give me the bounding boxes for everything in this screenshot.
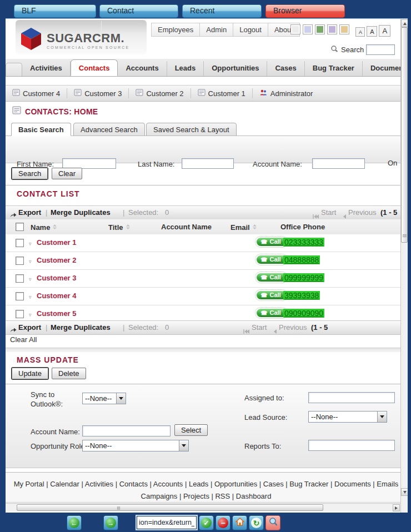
font-size-small-button[interactable]: A	[355, 27, 365, 37]
clear-all-link[interactable]: Clear All	[10, 335, 37, 344]
phone-number-link[interactable]: 04888888	[283, 255, 320, 264]
footer-links-row1[interactable]: My Portal | Calendar | Activities | Cont…	[6, 480, 408, 488]
contact-name-link[interactable]: Customer 2	[37, 256, 77, 264]
previous-link[interactable]: Previous	[348, 208, 377, 217]
last-viewed-administrator[interactable]: Administrator	[253, 88, 320, 98]
clear-button[interactable]: Clear	[52, 168, 82, 179]
mu-account-name-input[interactable]	[82, 425, 171, 436]
module-tab-stub[interactable]	[6, 63, 22, 76]
search-button[interactable]: Search	[12, 168, 48, 179]
browser-tab-blf[interactable]: BLF	[14, 4, 96, 18]
browser-tab-recent[interactable]: Recent	[182, 4, 262, 18]
scroll-down-button[interactable]	[401, 488, 408, 496]
column-header-title[interactable]: Title	[108, 223, 131, 232]
tab-saved-search-layout[interactable]: Saved Search & Layout	[146, 123, 237, 136]
row-checkbox[interactable]	[16, 239, 24, 247]
global-search-input[interactable]	[366, 44, 395, 55]
row-actions-arrow-icon[interactable]: ▿	[29, 241, 32, 247]
module-tab-opportunities[interactable]: Opportunities	[204, 61, 267, 76]
module-tab-cases[interactable]: Cases	[267, 61, 304, 76]
module-tab-contacts[interactable]: Contacts	[71, 59, 118, 76]
last-viewed-customer-2[interactable]: Customer 2	[129, 88, 191, 98]
lead-source-select[interactable]: --None--	[308, 411, 387, 423]
back-button[interactable]: ←	[67, 515, 82, 530]
theme-swatch-1[interactable]	[290, 24, 300, 34]
call-button[interactable]: ☎Call	[255, 254, 288, 265]
call-button[interactable]: ☎Call	[255, 272, 288, 283]
refresh-button[interactable]: ↻	[249, 515, 264, 530]
last-viewed-customer-4[interactable]: Customer 4	[6, 88, 67, 98]
reports-to-input[interactable]	[308, 440, 395, 451]
zoom-button[interactable]	[265, 515, 280, 530]
header-link-logout[interactable]: Logout	[233, 23, 268, 37]
select-all-checkbox[interactable]	[16, 223, 24, 231]
font-size-medium-button[interactable]: A	[367, 26, 377, 37]
column-header-email[interactable]: Email	[230, 223, 257, 232]
theme-swatch-2[interactable]	[303, 24, 313, 34]
horizontal-scrollbar[interactable]	[6, 503, 400, 511]
forward-button[interactable]: →	[103, 515, 118, 530]
column-header-name[interactable]: Name	[31, 223, 57, 232]
stop-button[interactable]: −	[215, 515, 230, 530]
phone-number-link[interactable]: 090909090	[283, 309, 324, 318]
merge-duplicates-link[interactable]: Merge Duplicates	[51, 208, 111, 217]
theme-swatch-4[interactable]	[327, 24, 337, 34]
export-link[interactable]: Export	[18, 323, 41, 332]
call-button[interactable]: ☎Call	[255, 308, 288, 318]
row-checkbox[interactable]	[16, 310, 24, 318]
row-actions-arrow-icon[interactable]: ▿	[29, 294, 32, 300]
tab-advanced-search[interactable]: Advanced Search	[73, 123, 145, 136]
contact-name-link[interactable]: Customer 4	[37, 292, 77, 300]
last-viewed-customer-3[interactable]: Customer 3	[67, 88, 129, 98]
scroll-up-button[interactable]	[401, 19, 408, 27]
module-tab-activities[interactable]: Activities	[22, 61, 71, 76]
export-link[interactable]: Export	[18, 208, 41, 217]
previous-link[interactable]: Previous	[279, 323, 307, 332]
row-checkbox[interactable]	[16, 292, 24, 300]
contact-name-link[interactable]: Customer 3	[37, 274, 77, 282]
start-link[interactable]: Start	[252, 323, 267, 332]
go-button[interactable]: ✓	[199, 515, 214, 530]
account-name-input[interactable]	[312, 158, 365, 169]
module-tab-bug-tracker[interactable]: Bug Tracker	[305, 61, 363, 76]
header-link-admin[interactable]: Admin	[200, 23, 233, 37]
module-tab-leads[interactable]: Leads	[167, 61, 204, 76]
row-checkbox[interactable]	[16, 274, 24, 283]
theme-swatch-5[interactable]	[339, 24, 349, 34]
header-link-employees[interactable]: Employees	[151, 23, 200, 37]
browser-tab-contact[interactable]: Contact	[99, 4, 178, 18]
module-tab-accounts[interactable]: Accounts	[118, 61, 167, 76]
row-actions-arrow-icon[interactable]: ▿	[29, 312, 32, 318]
assigned-to-input[interactable]	[308, 392, 395, 403]
tab-basic-search[interactable]: Basic Search	[11, 123, 71, 136]
contact-name-link[interactable]: Customer 1	[37, 238, 77, 247]
last-name-input[interactable]	[182, 158, 234, 169]
url-input[interactable]	[137, 516, 197, 529]
contact-name-link[interactable]: Customer 5	[37, 309, 77, 318]
row-checkbox[interactable]	[16, 257, 24, 265]
call-button[interactable]: ☎Call	[255, 290, 288, 300]
horizontal-scrollbar-thumb[interactable]	[17, 504, 323, 511]
phone-number-link[interactable]: 39393938	[283, 291, 320, 300]
opportunity-role-select[interactable]: --None--	[82, 440, 189, 451]
start-link[interactable]: Start	[321, 208, 336, 217]
delete-button[interactable]: Delete	[52, 368, 86, 379]
sync-outlook-select[interactable]: --None--	[82, 393, 126, 404]
vertical-scrollbar[interactable]	[400, 19, 408, 513]
vertical-scrollbar-thumb[interactable]	[401, 27, 408, 243]
footer-links-row2[interactable]: Campaigns | Projects | RSS | Dashboard	[6, 492, 408, 500]
row-actions-arrow-icon[interactable]: ▿	[29, 277, 32, 282]
update-button[interactable]: Update	[12, 368, 48, 379]
theme-swatch-3[interactable]	[315, 24, 325, 34]
call-button[interactable]: ☎Call	[255, 237, 288, 247]
select-account-button[interactable]: Select	[174, 424, 208, 436]
merge-duplicates-link[interactable]: Merge Duplicates	[51, 323, 111, 332]
row-actions-arrow-icon[interactable]: ▿	[29, 259, 32, 264]
font-size-large-button[interactable]: A	[379, 25, 390, 37]
last-viewed-customer-1[interactable]: Customer 1	[191, 88, 253, 98]
home-button[interactable]	[232, 515, 247, 530]
browser-tab-browser[interactable]: Browser	[265, 4, 345, 18]
phone-number-link[interactable]: 099999999	[283, 273, 324, 282]
phone-number-link[interactable]: 023333333	[283, 238, 324, 247]
scroll-right-button[interactable]	[393, 504, 400, 511]
